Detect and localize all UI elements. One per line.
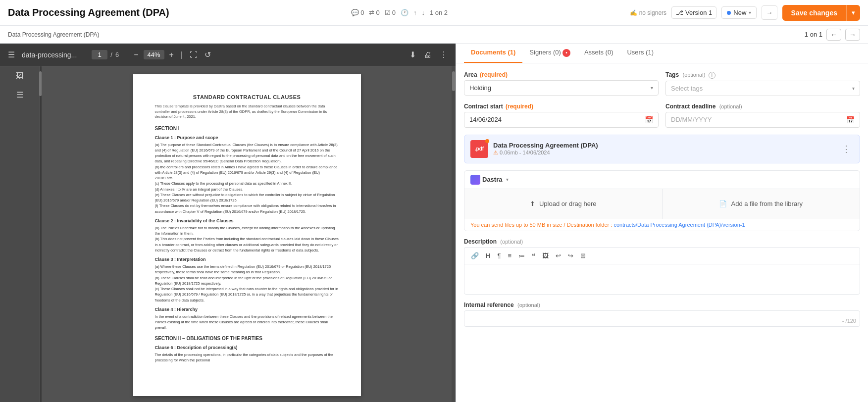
editor-ordered-list-button[interactable]: ≔ <box>516 251 527 261</box>
pdf-sidebar-list-button[interactable]: ☰ <box>14 89 25 100</box>
editor-redo-button[interactable]: ↪ <box>565 251 576 261</box>
page-title: Data Processing Agreement (DPA) <box>8 7 169 18</box>
clock-icon: 🕐 <box>401 9 408 16</box>
contract-deadline-group: Contract deadline (optional) DD/MM/YYYY … <box>665 103 860 128</box>
task-icon: ☑ <box>385 9 391 16</box>
pdf-clause-6-title: Clause 6 : Description of processing(s) <box>155 345 339 350</box>
pdf-scroll-thumb[interactable] <box>39 71 42 96</box>
contract-deadline-input[interactable]: DD/MM/YYYY 📅 <box>665 112 860 128</box>
pdf-menu-button[interactable]: ☰ <box>6 49 17 60</box>
tab-users[interactable]: Users (1) <box>620 44 660 63</box>
page-count: 1 on 2 <box>430 9 448 16</box>
pdf-fit-button[interactable]: ⛶ <box>188 50 200 60</box>
right-panel: Documents (1) Signers (0)• Assets (0) Us… <box>456 44 868 402</box>
pdf-right-scroll-thumb[interactable] <box>452 71 455 91</box>
top-bar-left: Data Processing Agreement (DPA) <box>8 7 169 18</box>
editor-quote-button[interactable]: ❝ <box>529 251 538 261</box>
contract-start-input[interactable]: 14/06/2024 📅 <box>464 112 659 128</box>
version-icon: ⎇ <box>676 9 683 16</box>
signers-badge: • <box>562 49 570 57</box>
pdf-clause-4-body: In the event of a contradiction between … <box>155 314 339 331</box>
pdf-page-1: STANDARD CONTRACTUAL CLAUSES This clause… <box>133 74 361 396</box>
pdf-intro-text: This clause template is provided by Dast… <box>155 104 339 120</box>
sub-bar-right: 1 on 1 ← → <box>805 29 860 41</box>
tab-documents[interactable]: Documents (1) <box>464 44 522 63</box>
char-count: - /120 <box>842 318 856 324</box>
comment-icon: 💬 <box>351 9 359 16</box>
tags-select[interactable]: Select tags ▾ <box>665 81 860 96</box>
dastra-logo-icon <box>470 175 480 185</box>
pdf-page-nav: 1 / 6 <box>92 50 119 59</box>
editor-table-button[interactable]: ⊞ <box>578 251 588 261</box>
pdf-clause-2-title: Clause 2 : Invariability of the Clauses <box>155 218 339 223</box>
doc-more-button[interactable]: ⋮ <box>839 143 854 155</box>
pdf-thumbnails: 🖼 ☰ <box>0 66 40 402</box>
top-bar: Data Processing Agreement (DPA) 💬 0 ⇄ 0 … <box>0 0 868 26</box>
status-dot <box>727 11 731 15</box>
save-changes-dropdown-button[interactable]: ▾ <box>846 5 860 21</box>
main-layout: ☰ data-processing... 1 / 6 − 44% + | ⛶ ↺… <box>0 44 868 402</box>
forward-arrow-button[interactable]: → <box>762 5 777 20</box>
save-changes-button[interactable]: Save changes <box>782 5 846 21</box>
editor-link-button[interactable]: 🔗 <box>468 251 481 261</box>
arrow-up-icon: ↑ <box>413 9 417 16</box>
description-optional: (optional) <box>500 239 523 245</box>
pagination-label: 1 on 1 <box>805 31 822 38</box>
pdf-doc-title: STANDARD CONTRACTUAL CLAUSES <box>155 94 339 100</box>
editor-undo-button[interactable]: ↩ <box>553 251 563 261</box>
calendar-deadline-icon: 📅 <box>846 116 855 124</box>
area-chevron-icon: ▾ <box>651 85 653 91</box>
internal-ref-input[interactable] <box>464 310 860 327</box>
pdf-more-button[interactable]: ⋮ <box>438 49 450 60</box>
internal-ref-optional: (optional) <box>517 302 540 308</box>
next-nav-button[interactable]: → <box>845 29 860 41</box>
description-section: Description (optional) 🔗 H ¶ ≡ ≔ ❝ 🖼 ↩ ↪ <box>464 238 860 295</box>
area-select[interactable]: Holding ▾ <box>464 80 659 96</box>
pdf-panel: ☰ data-processing... 1 / 6 − 44% + | ⛶ ↺… <box>0 44 456 402</box>
editor-image-button[interactable]: 🖼 <box>540 251 551 261</box>
status-badge[interactable]: New ▾ <box>721 6 757 19</box>
pdf-clause-1-title: Clause 1 : Purpose and scope <box>155 135 339 140</box>
org-chevron-icon: ▾ <box>506 177 509 182</box>
right-tabs: Documents (1) Signers (0)• Assets (0) Us… <box>456 44 868 63</box>
pdf-sidebar-image-button[interactable]: 🖼 <box>14 70 26 81</box>
comments-meta: 💬 0 <box>351 9 364 16</box>
version-badge[interactable]: ⎇ Version 1 <box>671 6 716 19</box>
tags-chevron-icon: ▾ <box>852 86 855 91</box>
pdf-right-scrollbar[interactable] <box>452 66 456 402</box>
pdf-clause-6-body: The details of the processing operations… <box>155 352 339 363</box>
pdf-zoom: − 44% + | ⛶ ↺ <box>132 49 213 60</box>
pdf-toolbar-right: ⬇ 🖨 ⋮ <box>408 49 450 60</box>
contract-start-group: Contract start (required) 14/06/2024 📅 <box>464 103 659 128</box>
editor-paragraph-button[interactable]: ¶ <box>495 251 503 261</box>
editor-content[interactable] <box>464 264 860 294</box>
pdf-section-2-title: SECTION II – OBLIGATIONS OF THE PARTIES <box>155 336 339 341</box>
pdf-clause-1-body: (a) The purpose of these Standard Contra… <box>155 142 339 214</box>
pdf-clause-3-title: Clause 3 : Interpretation <box>155 257 339 262</box>
prev-nav-button[interactable]: ← <box>826 29 841 41</box>
tab-assets[interactable]: Assets (0) <box>577 44 620 63</box>
pdf-page-input[interactable]: 1 <box>92 50 107 59</box>
doc-meta: ⚠ 0.06mb - 14/06/2024 <box>493 150 834 156</box>
pdf-zoom-in-button[interactable]: + <box>167 50 176 60</box>
pdf-zoom-out-button[interactable]: − <box>132 50 140 60</box>
editor-toolbar: 🔗 H ¶ ≡ ≔ ❝ 🖼 ↩ ↪ ⊞ <box>464 248 860 264</box>
pdf-download-button[interactable]: ⬇ <box>408 49 418 60</box>
pdf-page-separator: / <box>110 51 112 58</box>
pdf-main-area[interactable]: STANDARD CONTRACTUAL CLAUSES This clause… <box>42 66 452 402</box>
sub-bar: Data Processing Agreement (DPA) 1 on 1 ←… <box>0 26 868 44</box>
upload-drag-button[interactable]: ⬆ Upload or drag here <box>464 189 663 219</box>
area-tags-row: Area (required) Holding ▾ Tags (optional… <box>464 71 860 96</box>
doc-info: Data Processing Agreement (DPA) ⚠ 0.06mb… <box>493 142 834 156</box>
internal-ref-label: Internal reference (optional) <box>464 302 860 308</box>
library-button[interactable]: 📄 Add a file from the library <box>663 189 860 219</box>
editor-heading-button[interactable]: H <box>483 251 493 261</box>
tags-info-icon[interactable]: i <box>709 72 715 79</box>
arrow-down-icon: ↓ <box>421 9 425 16</box>
upload-path: contracts/Data Processing Agreement (DPA… <box>613 222 745 228</box>
tab-signers[interactable]: Signers (0)• <box>522 44 577 63</box>
pdf-rotate-button[interactable]: ↺ <box>203 49 213 60</box>
editor-unordered-list-button[interactable]: ≡ <box>505 251 514 261</box>
doc-name: Data Processing Agreement (DPA) <box>493 142 834 149</box>
pdf-print-button[interactable]: 🖨 <box>422 50 434 60</box>
